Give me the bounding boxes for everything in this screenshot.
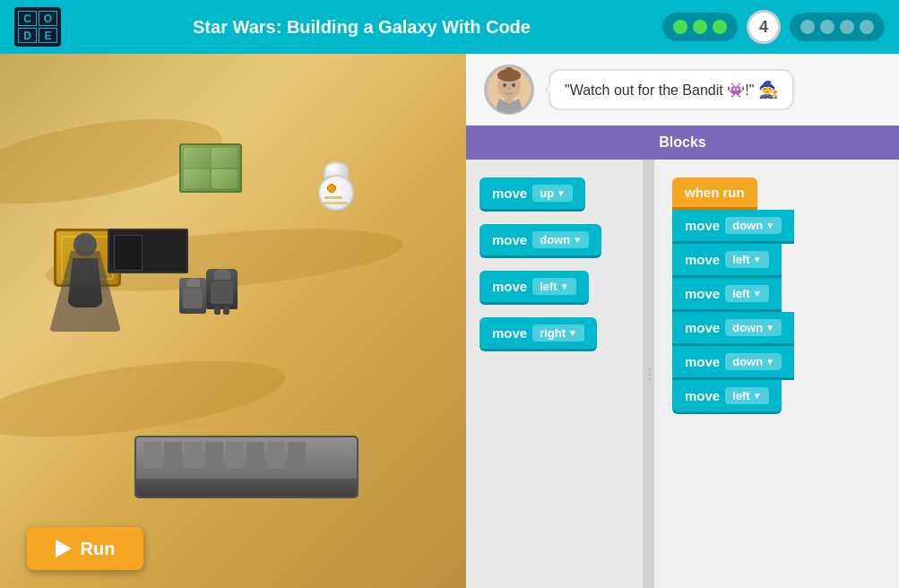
ws-dir-label-1: down bbox=[732, 219, 763, 232]
ws-dir-label-2: left bbox=[732, 253, 750, 266]
ws-direction-down-3[interactable]: down ▼ bbox=[725, 353, 782, 370]
ws-direction-down-2[interactable]: down ▼ bbox=[725, 319, 782, 336]
code-workspace[interactable]: when run move down ▼ move left ▼ bbox=[654, 160, 899, 588]
platform bbox=[134, 436, 359, 498]
ws-verb-2: move bbox=[685, 252, 720, 267]
progress-dots bbox=[662, 13, 738, 41]
ws-verb-3: move bbox=[685, 286, 720, 301]
logo-o: O bbox=[39, 11, 57, 26]
dropdown-arrow-right: ▼ bbox=[568, 328, 577, 338]
ws-dir-label-4: down bbox=[732, 321, 763, 334]
ws-verb-1: move bbox=[685, 218, 720, 233]
droid-1 bbox=[206, 269, 238, 309]
ws-direction-down-1[interactable]: down ▼ bbox=[725, 217, 782, 234]
ws-arrow-5: ▼ bbox=[765, 357, 774, 367]
dot-6 bbox=[840, 20, 854, 34]
logo-d: D bbox=[18, 28, 37, 43]
ws-block-move-down-3[interactable]: move down ▼ bbox=[672, 346, 794, 380]
block-verb: move bbox=[492, 186, 527, 201]
ws-block-when-run[interactable]: when run bbox=[672, 177, 757, 210]
palette-resize-handle[interactable] bbox=[645, 160, 654, 588]
crate-2 bbox=[212, 148, 238, 168]
direction-label: down bbox=[540, 233, 570, 246]
logo-c: C bbox=[18, 11, 37, 26]
palette-block-move-right[interactable]: move right ▼ bbox=[480, 317, 597, 351]
when-run-label: when run bbox=[685, 185, 745, 200]
bb8-body bbox=[318, 175, 354, 211]
code-logo: C O D E bbox=[14, 7, 61, 47]
ws-block-move-left-1[interactable]: move left ▼ bbox=[672, 244, 782, 278]
ws-arrow-3: ▼ bbox=[753, 289, 762, 298]
blocks-label: Blocks bbox=[659, 134, 705, 150]
ws-block-move-down-1[interactable]: move down ▼ bbox=[672, 210, 794, 244]
svg-point-5 bbox=[512, 83, 515, 87]
speech-bubble: "Watch out for the Bandit 👾!" 🧙 bbox=[549, 69, 794, 110]
workspace-stack: when run move down ▼ move left ▼ bbox=[672, 177, 881, 414]
dark-figure bbox=[54, 233, 117, 332]
ws-arrow-2: ▼ bbox=[753, 255, 762, 264]
ws-arrow-6: ▼ bbox=[753, 391, 762, 401]
progress-dots-empty bbox=[790, 13, 885, 41]
ws-block-move-down-2[interactable]: move down ▼ bbox=[672, 312, 794, 346]
dropdown-arrow-left: ▼ bbox=[560, 281, 569, 291]
block-verb: move bbox=[492, 325, 527, 341]
svg-point-4 bbox=[503, 83, 506, 87]
crate-3 bbox=[184, 169, 210, 189]
bandit-icon: 🧙 bbox=[758, 81, 778, 99]
crate-1 bbox=[184, 148, 210, 168]
dot-1 bbox=[673, 20, 687, 34]
topbar: C O D E Star Wars: Building a Galaxy Wit… bbox=[0, 0, 899, 54]
dot-7 bbox=[860, 20, 874, 34]
avatar-svg bbox=[486, 66, 532, 113]
ws-dir-label-5: down bbox=[732, 355, 763, 368]
main-layout: Run bbox=[0, 54, 899, 588]
character-avatar bbox=[484, 65, 534, 115]
direction-badge-up[interactable]: up ▼ bbox=[532, 185, 573, 202]
ws-block-move-left-3[interactable]: move left ▼ bbox=[672, 380, 782, 414]
block-verb: move bbox=[492, 232, 527, 247]
play-icon bbox=[56, 540, 72, 558]
dot-2 bbox=[693, 20, 707, 34]
direction-badge-down[interactable]: down ▼ bbox=[532, 231, 589, 248]
metal-box bbox=[108, 229, 188, 273]
direction-label: up bbox=[540, 186, 554, 200]
palette-block-move-up[interactable]: move up ▼ bbox=[480, 177, 585, 212]
speech-text: "Watch out for the Bandit 👾!" bbox=[565, 82, 754, 98]
code-panel: "Watch out for the Bandit 👾!" 🧙 Blocks m… bbox=[466, 54, 899, 588]
dropdown-arrow-up: ▼ bbox=[557, 188, 566, 198]
dot-4 bbox=[800, 20, 815, 34]
ws-block-move-left-2[interactable]: move left ▼ bbox=[672, 278, 782, 312]
direction-badge-right[interactable]: right ▼ bbox=[532, 324, 584, 342]
ws-dir-label-3: left bbox=[732, 287, 750, 300]
ws-arrow-4: ▼ bbox=[765, 323, 774, 333]
blocks-header: Blocks bbox=[466, 125, 899, 160]
bb8-character bbox=[314, 161, 359, 211]
dot-5 bbox=[820, 20, 834, 34]
logo-e: E bbox=[39, 28, 57, 43]
run-button[interactable]: Run bbox=[27, 527, 143, 570]
crates bbox=[179, 143, 242, 193]
coding-area: move up ▼ move down ▼ move bbox=[466, 160, 899, 588]
dropdown-arrow-down: ▼ bbox=[573, 235, 582, 245]
ws-verb-6: move bbox=[685, 388, 720, 403]
crate-4 bbox=[212, 169, 238, 189]
progress-area: 4 bbox=[662, 10, 885, 44]
run-label: Run bbox=[81, 539, 116, 559]
ws-direction-left-3[interactable]: left ▼ bbox=[725, 387, 768, 404]
speech-area: "Watch out for the Bandit 👾!" 🧙 bbox=[466, 54, 899, 125]
ws-dir-label-6: left bbox=[732, 389, 750, 402]
svg-point-6 bbox=[507, 88, 511, 91]
game-canvas: Run bbox=[0, 54, 466, 588]
dot-3 bbox=[713, 20, 727, 34]
ws-direction-left-1[interactable]: left ▼ bbox=[725, 251, 768, 268]
palette-block-move-left[interactable]: move left ▼ bbox=[480, 271, 589, 305]
block-verb: move bbox=[492, 279, 527, 294]
level-badge: 4 bbox=[747, 10, 781, 44]
page-title: Star Wars: Building a Galaxy With Code bbox=[193, 17, 531, 38]
svg-point-3 bbox=[505, 67, 514, 76]
direction-label: left bbox=[540, 280, 558, 293]
direction-label: right bbox=[540, 326, 566, 340]
palette-block-move-down[interactable]: move down ▼ bbox=[480, 224, 601, 258]
ws-direction-left-2[interactable]: left ▼ bbox=[725, 285, 768, 302]
direction-badge-left[interactable]: left ▼ bbox=[532, 278, 575, 295]
